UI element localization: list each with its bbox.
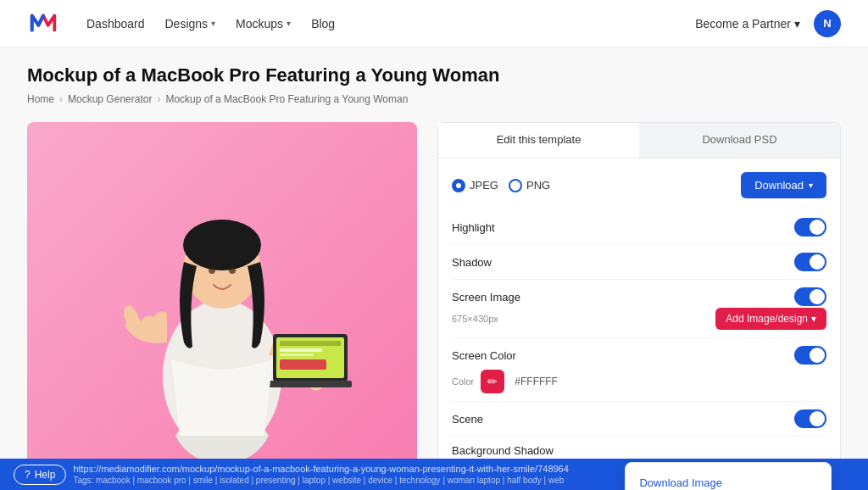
help-button[interactable]: ? Help <box>14 465 66 485</box>
shadow-row: Shadow <box>452 245 826 280</box>
svg-rect-10 <box>280 341 341 346</box>
screen-image-toggle-knob <box>810 289 825 304</box>
user-avatar[interactable]: N <box>814 10 841 37</box>
png-radio-dot <box>509 179 522 192</box>
mockups-arrow-icon: ▾ <box>287 19 291 28</box>
shadow-toggle-knob <box>810 254 825 270</box>
footer-url: https://mediamodifier.com/mockup/mockup-… <box>73 464 568 474</box>
mockup-svg <box>86 131 358 470</box>
svg-point-4 <box>209 267 215 274</box>
screen-color-toggle[interactable] <box>794 346 826 365</box>
designs-arrow-icon: ▾ <box>211 19 215 28</box>
breadcrumb: Home › Mockup Generator › Mockup of a Ma… <box>27 93 841 105</box>
screen-color-toggle-knob <box>810 348 825 363</box>
mockup-background <box>27 122 417 478</box>
dropdown-menu: Download Image Save Mockup Publish to So… <box>625 462 832 490</box>
nav-mockups[interactable]: Mockups ▾ <box>236 17 291 31</box>
help-icon: ? <box>25 469 31 481</box>
panel-body: JPEG PNG Download ▾ Highlight <box>438 159 840 490</box>
highlight-toggle-knob <box>810 220 825 235</box>
nav-links: Dashboard Designs ▾ Mockups ▾ Blog <box>86 17 668 31</box>
svg-rect-9 <box>269 381 352 387</box>
screen-color-row: Screen Color Color ✏ #FFFFFF <box>452 338 826 402</box>
download-main-button[interactable]: Download ▾ <box>741 172 826 198</box>
highlight-toggle[interactable] <box>794 218 826 237</box>
footer-tags: Tags: macbook | macbook pro | smile | is… <box>73 476 568 485</box>
become-partner-button[interactable]: Become a Partner ▾ <box>695 17 800 31</box>
screen-image-top: Screen Image <box>452 287 826 306</box>
breadcrumb-current: Mockup of a MacBook Pro Featuring a Youn… <box>165 93 408 105</box>
tab-download-psd[interactable]: Download PSD <box>639 123 840 158</box>
screen-color-row-inner: Color ✏ #FFFFFF <box>452 370 826 393</box>
partner-arrow-icon: ▾ <box>794 17 800 31</box>
screen-image-row: Screen Image 675×430px Add Image/design … <box>452 280 826 338</box>
svg-rect-13 <box>280 359 326 370</box>
dropdown-item-download-image[interactable]: Download Image <box>626 468 831 490</box>
logo[interactable] <box>27 6 59 41</box>
page-title: Mockup of a MacBook Pro Featuring a Youn… <box>27 64 841 86</box>
screen-image-sub: 675×430px Add Image/design ▾ <box>452 308 826 330</box>
scene-toggle-knob <box>810 411 825 426</box>
breadcrumb-sep-2: › <box>157 93 160 105</box>
add-image-button[interactable]: Add Image/design ▾ <box>715 308 826 330</box>
screen-image-toggle[interactable] <box>794 287 826 306</box>
scene-row: Scene <box>452 402 826 437</box>
mockup-preview <box>27 122 417 478</box>
jpeg-dot-inner <box>456 183 461 188</box>
tab-edit[interactable]: Edit this template <box>438 123 639 158</box>
svg-rect-11 <box>280 348 322 352</box>
panel-tabs: Edit this template Download PSD <box>438 123 840 159</box>
nav-dashboard[interactable]: Dashboard <box>86 17 145 31</box>
right-panel: Edit this template Download PSD JPEG <box>437 122 841 490</box>
svg-point-5 <box>229 267 236 274</box>
navbar: Dashboard Designs ▾ Mockups ▾ Blog Becom… <box>0 0 868 47</box>
add-image-arrow-icon: ▾ <box>811 313 816 325</box>
nav-blog[interactable]: Blog <box>311 17 335 31</box>
svg-point-3 <box>183 220 261 270</box>
screen-color-top: Screen Color <box>452 346 826 365</box>
main-container: Mockup of a MacBook Pro Featuring a Youn… <box>0 47 868 490</box>
screen-color-swatch[interactable]: ✏ <box>481 370 504 393</box>
scene-toggle[interactable] <box>794 409 826 428</box>
content-area: Edit this template Download PSD JPEG <box>27 122 841 490</box>
png-radio[interactable]: PNG <box>509 179 550 192</box>
nav-designs[interactable]: Designs ▾ <box>165 17 216 31</box>
shadow-toggle[interactable] <box>794 253 826 271</box>
svg-rect-12 <box>280 354 314 356</box>
download-arrow-icon: ▾ <box>809 181 813 190</box>
format-radio-group: JPEG PNG <box>452 179 550 192</box>
dropdown-overlay: Download Image Save Mockup Publish to So… <box>625 462 832 490</box>
color-picker-icon: ✏ <box>487 375 498 388</box>
nav-right: Become a Partner ▾ N <box>695 10 841 37</box>
highlight-row: Highlight <box>452 210 826 245</box>
breadcrumb-generator[interactable]: Mockup Generator <box>68 93 152 105</box>
jpeg-radio[interactable]: JPEG <box>452 179 498 192</box>
format-row: JPEG PNG Download ▾ <box>452 172 826 198</box>
breadcrumb-home[interactable]: Home <box>27 93 54 105</box>
jpeg-radio-dot <box>452 179 465 192</box>
breadcrumb-sep-1: › <box>59 93 63 105</box>
